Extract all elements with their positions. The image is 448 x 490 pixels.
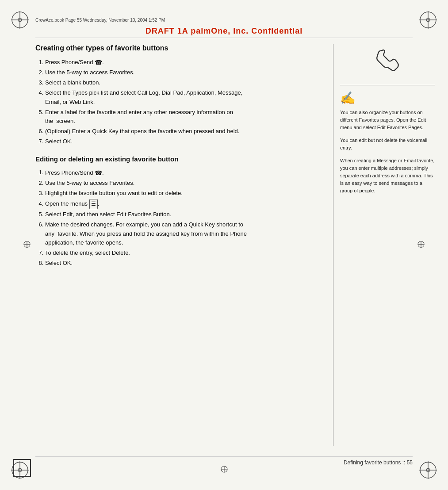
list-item: Press Phone/Send ☎. bbox=[45, 168, 310, 178]
page: CrowAce.book Page 55 Wednesday, November… bbox=[0, 0, 448, 490]
list-item: Press Phone/Send ☎. bbox=[45, 57, 310, 67]
corner-mark-br bbox=[417, 459, 439, 481]
bottom-center-mark bbox=[220, 465, 228, 475]
corner-mark-tr bbox=[417, 9, 439, 31]
list-item: Select the Types pick list and select Ca… bbox=[45, 88, 310, 107]
sidebar-phone-icon-area bbox=[340, 44, 435, 80]
menu-icon: ☰ bbox=[89, 199, 98, 209]
header-title: DRAFT 1A palmOne, Inc. Confidential bbox=[146, 27, 302, 35]
list-item: Select a blank button. bbox=[45, 78, 310, 88]
list-item: Use the 5-way to access Favorites. bbox=[45, 179, 310, 188]
sidebar-note3: When creating a Message or Email favorit… bbox=[340, 157, 435, 195]
corner-mark-tl bbox=[9, 9, 31, 31]
list-item: Use the 5-way to access Favorites. bbox=[45, 68, 310, 77]
list-item: Select Edit, and then select Edit Favori… bbox=[45, 210, 310, 219]
list-item: Open the menus ☰. bbox=[45, 199, 310, 209]
section1-list: Press Phone/Send ☎. Use the 5-way to acc… bbox=[35, 57, 310, 146]
footer-text: Defining favorite buttons :: 55 bbox=[344, 459, 413, 466]
phone-handset-icon bbox=[374, 49, 401, 80]
right-sidebar: ✍ You can also organize your buttons on … bbox=[333, 44, 435, 446]
section1-heading: Creating other types of favorite buttons bbox=[35, 44, 310, 52]
hand-tip-icon: ✍ bbox=[340, 91, 435, 105]
sidebar-divider-1 bbox=[340, 85, 435, 85]
list-item: To delete the entry, select Delete. bbox=[45, 249, 310, 258]
small-square-decoration bbox=[13, 459, 31, 477]
top-bar-text: CrowAce.book Page 55 Wednesday, November… bbox=[35, 18, 165, 23]
list-item: (Optional) Enter a Quick Key that opens … bbox=[45, 127, 310, 136]
list-item: Enter a label for the favorite and enter… bbox=[45, 108, 310, 126]
main-content: Creating other types of favorite buttons… bbox=[35, 44, 310, 446]
phone-icon-2: ☎ bbox=[95, 168, 102, 178]
list-item: Make the desired changes. For example, y… bbox=[45, 220, 310, 248]
list-item: Highlight the favorite button you want t… bbox=[45, 189, 310, 198]
sidebar-note1: You can also organize your buttons on di… bbox=[340, 109, 435, 131]
phone-icon-1: ☎ bbox=[95, 57, 102, 67]
sidebar-note2: You can edit but not delete the voicemai… bbox=[340, 137, 435, 152]
section2-heading: Editing or deleting an existing favorite… bbox=[35, 155, 310, 163]
list-item: Select OK. bbox=[45, 137, 310, 146]
page-header: DRAFT 1A palmOne, Inc. Confidential bbox=[35, 27, 413, 38]
footer: Defining favorite buttons :: 55 bbox=[35, 456, 413, 466]
section2-list: Press Phone/Send ☎. Use the 5-way to acc… bbox=[35, 168, 310, 268]
list-item: Select OK. bbox=[45, 259, 310, 268]
left-nav-mark bbox=[23, 241, 31, 250]
top-bar: CrowAce.book Page 55 Wednesday, November… bbox=[35, 18, 413, 23]
